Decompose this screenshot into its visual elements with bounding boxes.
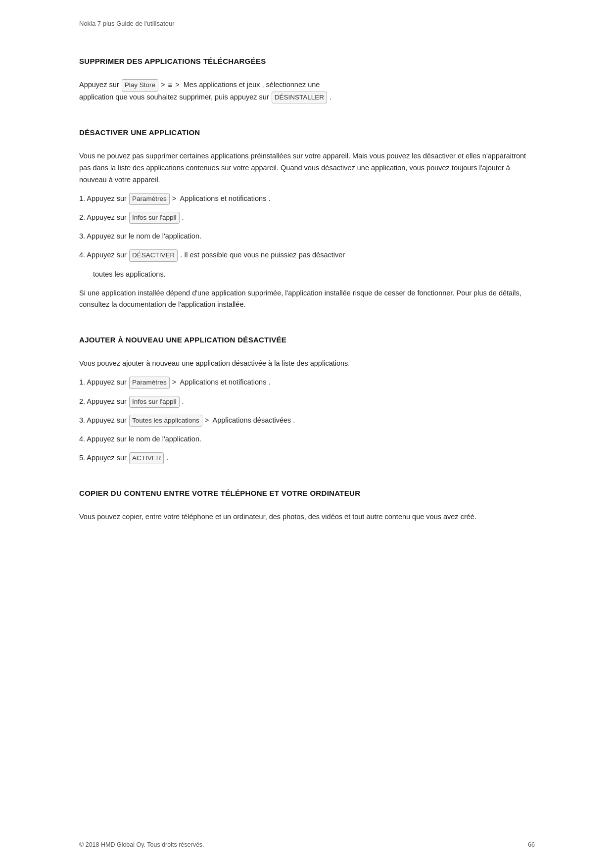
desactiver-step-4: 4. Appuyez sur DÉSACTIVER . Il est possi… bbox=[79, 249, 535, 261]
page-header: Nokia 7 plus Guide de l'utilisateur bbox=[79, 20, 535, 27]
infos-appli-badge-1: Infos sur l'appli bbox=[129, 212, 180, 224]
ajouter-step-1: 1. Appuyez sur Paramètres > Applications… bbox=[79, 377, 535, 388]
activer-badge: ACTIVER bbox=[129, 452, 164, 464]
desactiver-step-2: 2. Appuyez sur Infos sur l'appli . bbox=[79, 212, 535, 224]
menu-icon: ≡ bbox=[168, 79, 172, 92]
section-copier: COPIER DU CONTENU ENTRE VOTRE TÉLÉPHONE … bbox=[79, 489, 535, 523]
section-title-desactiver: DÉSACTIVER UNE APPLICATION bbox=[79, 128, 535, 137]
infos-appli-badge-2: Infos sur l'appli bbox=[129, 396, 180, 408]
section-body-desactiver: Vous ne pouvez pas supprimer certaines a… bbox=[79, 150, 535, 311]
parametres-badge-2: Paramètres bbox=[129, 377, 170, 388]
toutes-apps-badge: Toutes les applications bbox=[129, 415, 202, 427]
section-title-supprimer: SUPPRIMER DES APPLICATIONS TÉLÉCHARGÉES bbox=[79, 57, 535, 65]
footer-page-number: 66 bbox=[528, 841, 535, 848]
desinstaller-badge: DÉSINSTALLER bbox=[272, 92, 327, 103]
ajouter-step-5: 5. Appuyez sur ACTIVER . bbox=[79, 452, 535, 464]
section-ajouter: AJOUTER À NOUVEAU UNE APPLICATION DÉSACT… bbox=[79, 336, 535, 464]
section-body-ajouter: Vous pouvez ajouter à nouveau une applic… bbox=[79, 358, 535, 464]
page-footer: © 2018 HMD Global Oy. Tous droits réserv… bbox=[0, 841, 614, 848]
section-body-supprimer: Appuyez sur Play Store > ≡ > Mes applica… bbox=[79, 79, 535, 103]
footer-copyright: © 2018 HMD Global Oy. Tous droits réserv… bbox=[79, 841, 204, 848]
parametres-badge-1: Paramètres bbox=[129, 193, 170, 205]
supprimer-paragraph: Appuyez sur Play Store > ≡ > Mes applica… bbox=[79, 79, 535, 103]
section-desactiver: DÉSACTIVER UNE APPLICATION Vous ne pouve… bbox=[79, 128, 535, 311]
desactiver-step-1: 1. Appuyez sur Paramètres > Applications… bbox=[79, 193, 535, 205]
desactiver-step-3: 3. Appuyez sur le nom de l'application. bbox=[79, 231, 535, 242]
section-body-copier: Vous pouvez copier, entre votre téléphon… bbox=[79, 511, 535, 523]
desactiver-postlist: Si une application installée dépend d'un… bbox=[79, 288, 535, 311]
section-title-copier: COPIER DU CONTENU ENTRE VOTRE TÉLÉPHONE … bbox=[79, 489, 535, 497]
page: Nokia 7 plus Guide de l'utilisateur SUPP… bbox=[0, 0, 614, 868]
section-supprimer: SUPPRIMER DES APPLICATIONS TÉLÉCHARGÉES … bbox=[79, 57, 535, 103]
ajouter-step-2: 2. Appuyez sur Infos sur l'appli . bbox=[79, 396, 535, 408]
desactiver-step-4-cont: toutes les applications. bbox=[93, 269, 535, 281]
desactiver-badge: DÉSACTIVER bbox=[129, 249, 178, 261]
section-title-ajouter: AJOUTER À NOUVEAU UNE APPLICATION DÉSACT… bbox=[79, 336, 535, 344]
play-store-badge: Play Store bbox=[122, 79, 158, 91]
ajouter-intro: Vous pouvez ajouter à nouveau une applic… bbox=[79, 358, 535, 370]
ajouter-step-4: 4. Appuyez sur le nom de l'application. bbox=[79, 434, 535, 445]
copier-intro: Vous pouvez copier, entre votre téléphon… bbox=[79, 511, 535, 523]
ajouter-step-3: 3. Appuyez sur Toutes les applications >… bbox=[79, 415, 535, 427]
desactiver-intro: Vous ne pouvez pas supprimer certaines a… bbox=[79, 150, 535, 186]
